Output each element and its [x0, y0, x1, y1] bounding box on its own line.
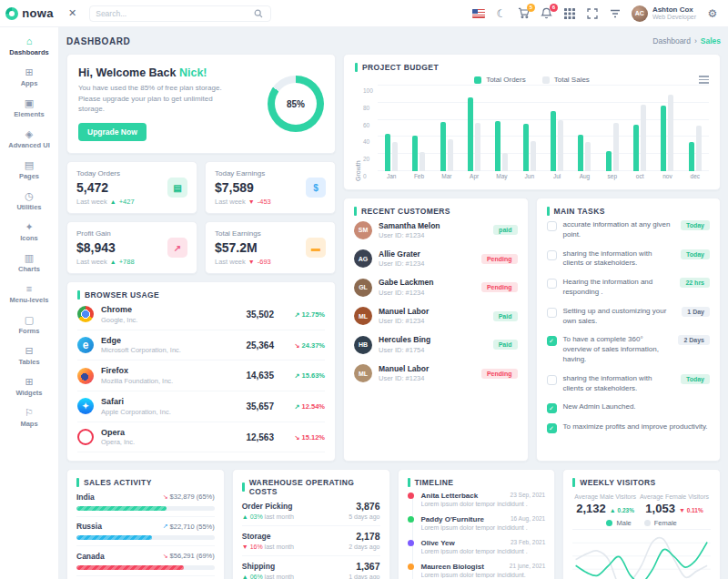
sidebar-item-label: Elements [14, 110, 44, 118]
browser-name: Safari [101, 397, 171, 408]
sidebar-item[interactable]: ▢ Forms [0, 310, 58, 340]
warehouse-row: Shipping 1,367 ▲ 06% last month 1 days a… [242, 556, 380, 579]
sidebar-item-icon: ⊞ [25, 377, 33, 387]
search-input[interactable] [96, 9, 247, 18]
notifications-bell-icon[interactable]: 6 [541, 7, 553, 20]
task-checkbox[interactable] [547, 423, 557, 433]
sidebar-item[interactable]: ⌂ Dashboards [0, 31, 58, 62]
cost-ago: 5 days ago [349, 513, 379, 520]
legend-item[interactable]: Total Orders [474, 76, 526, 84]
x-axis-labels: JanFebMarAprMayJunJulAugsepoctnovdec [378, 171, 709, 181]
sidebar-item[interactable]: ◈ Advanced UI [0, 124, 58, 155]
customer-row[interactable]: ML Manuel Labor User ID: #1234 Pending [354, 359, 518, 387]
user-menu[interactable]: AC Ashton Cox Web Developer [632, 5, 696, 22]
chart-menu-icon[interactable] [699, 76, 709, 84]
sidebar-item[interactable]: ▤ Pages [0, 155, 58, 186]
sidebar-item-icon: ⚐ [25, 408, 34, 418]
sidebar-item[interactable]: ⊞ Apps [0, 62, 58, 93]
task-row: accurate information at any given point.… [547, 216, 711, 245]
browser-row[interactable]: Safari Apple Corporation, Inc. 35,657 ↗ … [77, 391, 325, 422]
cart-icon[interactable]: 5 [518, 7, 531, 20]
timeline-date: 23 Feb, 2021 [511, 539, 545, 547]
browser-row[interactable]: Chrome Google, Inc. 35,502 ↗ 12.75% [77, 300, 325, 330]
breadcrumb-parent[interactable]: Dashboard [652, 36, 691, 46]
sidebar-item[interactable]: ◷ Utilities [0, 186, 58, 217]
sidebar-item[interactable]: ⚐ Maps [0, 402, 58, 433]
browser-name: Opera [101, 428, 135, 439]
sales-value: ↘ $56,291 (69%) [163, 552, 215, 560]
stat-card[interactable]: Total Earnings $57.2M Last week ▼ -693 ▬ [205, 221, 336, 274]
app-window: nowa ✕ ☾ 5 6 [0, 0, 728, 579]
legend-item[interactable]: Total Sales [542, 76, 590, 84]
timeline-dot-icon [408, 564, 414, 570]
customer-id: User ID: #1234 [379, 374, 429, 382]
fullscreen-icon[interactable] [586, 7, 599, 20]
task-checkbox[interactable] [547, 375, 557, 385]
filter-icon[interactable] [609, 7, 622, 20]
settings-gear-icon[interactable]: ⚙ [706, 7, 719, 20]
cost-value: 3,876 [356, 501, 379, 512]
task-checkbox[interactable] [547, 221, 557, 231]
stat-card[interactable]: Today Earnings $7,589 Last week ▼ -453 $ [205, 161, 336, 214]
legend-item[interactable]: Male [606, 519, 631, 527]
customer-row[interactable]: HB Hercules Bing User ID: #1754 Paid [354, 330, 518, 359]
sidebar-item[interactable]: ⊟ Tables [0, 340, 58, 371]
browser-company: Google, Inc. [101, 316, 137, 324]
customer-avatar: SM [354, 221, 372, 239]
language-flag-icon[interactable] [472, 7, 485, 20]
customer-row[interactable]: SM Samantha Melon User ID: #1234 paid [354, 216, 518, 244]
y-axis-label: Growth [355, 86, 361, 181]
sidebar-item-icon: ▤ [25, 160, 34, 170]
search-icon[interactable] [252, 7, 265, 20]
task-text: To maximize profits and improve producti… [563, 422, 711, 432]
browser-row[interactable]: e Edge Microsoft Corporation, Inc. 25,36… [77, 330, 325, 361]
browser-icon [77, 306, 94, 322]
sidebar-item[interactable]: ✦ Icons [0, 217, 58, 248]
task-text: To have a complete 360° overview of sale… [563, 335, 669, 364]
task-checkbox[interactable] [547, 250, 557, 260]
stat-card[interactable]: Today Orders 5,472 Last week ▲ +427 ▤ [66, 161, 197, 214]
upgrade-now-button[interactable]: Upgrade Now [78, 123, 147, 141]
apps-grid-icon[interactable] [563, 7, 576, 20]
card-title: WAREHOUSE OPERATING COSTS [242, 478, 380, 496]
task-due-badge: Today [681, 374, 710, 384]
customer-id: User ID: #1754 [379, 346, 430, 354]
sidebar-item[interactable]: ≡ Menu-levels [0, 279, 58, 310]
sidebar-toggle-close-icon[interactable]: ✕ [68, 7, 76, 19]
customer-row[interactable]: ML Manuel Labor User ID: #1234 Paid [354, 301, 518, 330]
sidebar-item-icon: ⌂ [26, 36, 33, 46]
task-checkbox[interactable] [547, 279, 557, 289]
sidebar-item[interactable]: ▣ Elements [0, 93, 58, 124]
bar-chart-plot: 020406080100 [378, 86, 709, 171]
sidebar-item-icon: ✦ [25, 222, 33, 232]
sidebar-item-label: Charts [18, 265, 40, 273]
dark-mode-moon-icon[interactable]: ☾ [495, 7, 508, 20]
task-checkbox[interactable] [547, 336, 557, 346]
cost-ago: 1 days ago [349, 574, 379, 579]
task-checkbox[interactable] [547, 403, 557, 413]
customer-row[interactable]: GL Gabe Lackmen User ID: #1234 Pending [354, 273, 518, 301]
sidebar-item[interactable]: ▥ Charts [0, 248, 58, 279]
legend-item[interactable]: Female [644, 519, 677, 527]
browser-row[interactable]: Firefox Mozilla Foundation, Inc. 14,635 … [77, 361, 325, 391]
customer-row[interactable]: AG Allie Grater User ID: #1234 Pending [354, 244, 518, 272]
status-badge: Paid [493, 311, 518, 321]
browser-icon [77, 368, 94, 384]
browser-row[interactable]: O Opera Opera, Inc. 12,563 ↘ 15.12% [77, 422, 325, 453]
customer-name: Manuel Labor [379, 307, 429, 317]
task-row: To have a complete 360° overview of sale… [547, 330, 711, 369]
timeline-name: Anita Letterback [421, 492, 479, 500]
user-role: Web Developer [652, 14, 696, 21]
card-title: BROWSER USAGE [77, 290, 325, 300]
sidebar-item[interactable]: ⊞ Widgets [0, 371, 58, 402]
browser-value: 35,502 [246, 310, 274, 320]
stat-card[interactable]: Profit Gain $8,943 Last week ▲ +788 ↗ [66, 221, 197, 274]
browser-name: Edge [101, 336, 181, 347]
trend-arrow-icon: ↗ [295, 403, 300, 410]
logo[interactable]: nowa [0, 6, 59, 20]
timeline-text: Lorem ipsum dolor tempor incididunt . [421, 501, 546, 507]
task-checkbox[interactable] [547, 308, 557, 318]
task-row: sharing the information with clients or … [547, 370, 711, 399]
trend-arrow-icon: ↘ [295, 342, 300, 349]
stat-icon: $ [306, 178, 326, 198]
